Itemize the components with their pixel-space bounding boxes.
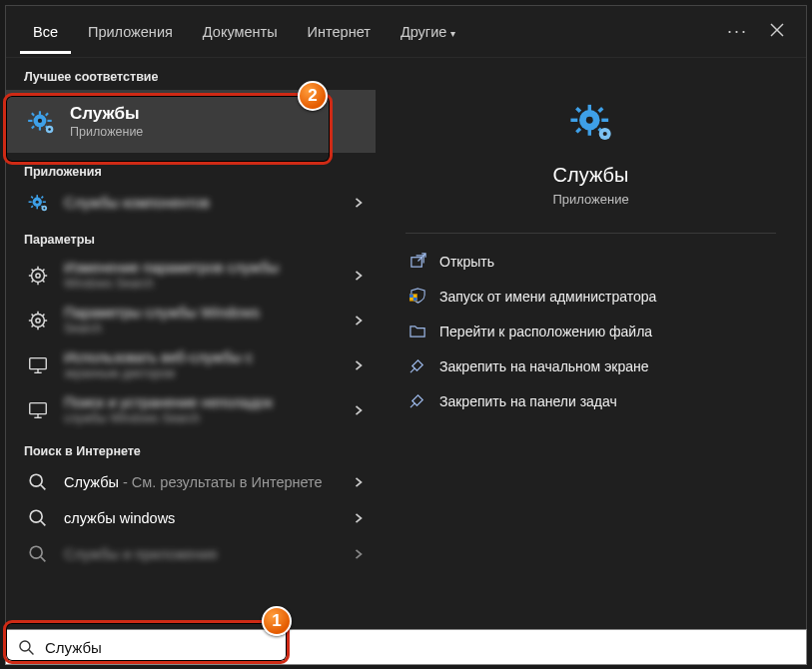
search-icon: [24, 543, 52, 565]
svg-line-34: [29, 649, 34, 654]
shield-icon: [409, 288, 439, 305]
search-icon: [24, 471, 52, 493]
action-open[interactable]: Открыть: [406, 244, 776, 279]
more-options-button[interactable]: ···: [717, 21, 758, 42]
result-web[interactable]: Службы и приложения: [6, 536, 376, 572]
chevron-right-icon: [354, 473, 364, 491]
chevron-right-icon: [354, 194, 364, 212]
annotation-badge-1: 1: [262, 606, 292, 636]
preview-title: Службы: [406, 164, 776, 187]
result-setting[interactable]: Изменение параметров службыWindows Searc…: [6, 253, 376, 298]
search-input[interactable]: [45, 639, 794, 656]
section-settings: Параметры: [6, 221, 376, 253]
tab-more[interactable]: Другие: [388, 10, 468, 54]
preview-subtitle: Приложение: [406, 192, 776, 207]
open-icon: [409, 253, 439, 270]
result-setting[interactable]: Параметры службы WindowsSearch: [6, 298, 376, 342]
monitor-icon: [24, 399, 52, 421]
result-web[interactable]: Службы - См. результаты в Интернете: [6, 464, 376, 500]
search-icon: [24, 507, 52, 529]
action-run-as-admin[interactable]: Запуск от имени администратора: [406, 279, 776, 314]
pin-icon: [409, 357, 439, 374]
result-setting[interactable]: Использовать веб-службы сэкранным диктор…: [6, 342, 376, 387]
tab-apps[interactable]: Приложения: [75, 10, 186, 54]
tab-docs[interactable]: Документы: [190, 10, 291, 54]
chevron-right-icon: [354, 401, 364, 419]
annotation-badge-2: 2: [298, 81, 328, 111]
svg-point-33: [20, 640, 30, 650]
action-open-file-location[interactable]: Перейти к расположению файла: [406, 314, 776, 348]
services-icon: [406, 98, 776, 150]
pin-icon: [409, 392, 439, 409]
folder-icon: [409, 323, 439, 339]
result-title: Службы компонентов: [64, 195, 354, 211]
result-subtitle: Приложение: [70, 125, 364, 139]
close-button[interactable]: [762, 23, 792, 40]
scope-tabs: Все Приложения Документы Интернет Другие…: [6, 6, 806, 58]
chevron-right-icon: [354, 312, 364, 330]
gear-icon: [24, 310, 52, 332]
chevron-right-icon: [354, 267, 364, 285]
services-icon: [24, 107, 58, 137]
services-icon: [24, 192, 52, 214]
chevron-right-icon: [354, 356, 364, 374]
action-pin-start[interactable]: Закрепить на начальном экране: [406, 348, 776, 383]
result-web[interactable]: службы windows: [6, 500, 376, 536]
action-pin-taskbar[interactable]: Закрепить на панели задач: [406, 383, 776, 418]
search-box[interactable]: [5, 629, 807, 665]
gear-icon: [24, 265, 52, 287]
section-apps: Приложения: [6, 153, 376, 185]
chevron-right-icon: [354, 509, 364, 527]
tab-all[interactable]: Все: [20, 10, 71, 54]
monitor-icon: [24, 354, 52, 376]
section-web: Поиск в Интернете: [6, 432, 376, 464]
chevron-right-icon: [354, 545, 364, 563]
tab-internet[interactable]: Интернет: [295, 10, 384, 54]
result-app[interactable]: Службы компонентов: [6, 185, 376, 221]
preview-pane: Службы Приложение Открыть Запуск от имен…: [406, 58, 776, 418]
result-setting[interactable]: Поиск и устранение неполадокслужбы Windo…: [6, 387, 376, 432]
